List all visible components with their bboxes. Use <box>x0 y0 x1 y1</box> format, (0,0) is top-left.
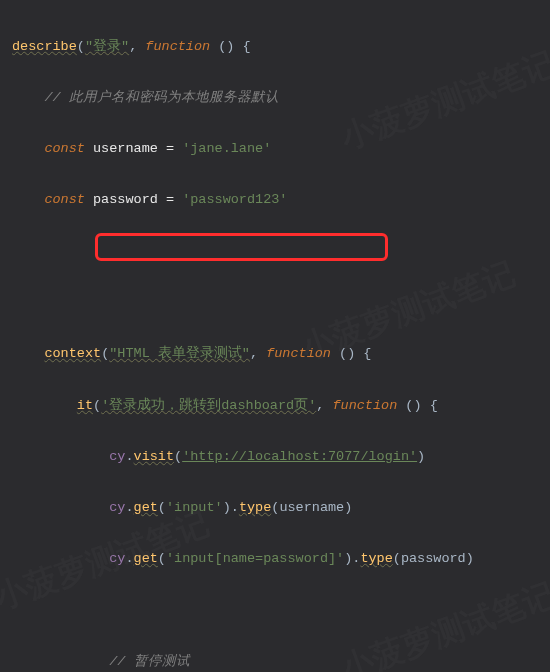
code-line: const password = 'password123' <box>12 187 538 213</box>
blank-line <box>12 239 538 265</box>
str-title: "登录" <box>85 39 129 54</box>
code-line: // 暂停测试 <box>12 649 538 672</box>
blank-line <box>12 290 538 316</box>
code-line: const username = 'jane.lane' <box>12 136 538 162</box>
blank-line <box>12 598 538 624</box>
code-line: // 此用户名和密码为本地服务器默认 <box>12 85 538 111</box>
code-line: cy.visit('http://localhost:7077/login') <box>12 444 538 470</box>
highlighted-line: cy.get('input').type(username) <box>12 495 538 521</box>
code-editor: describe("登录", function () { // 此用户名和密码为… <box>12 8 538 672</box>
code-line: cy.get('input[name=password]').type(pass… <box>12 546 538 572</box>
code-line: context("HTML 表单登录测试", function () { <box>12 341 538 367</box>
fn-describe: describe <box>12 39 77 54</box>
code-line: it('登录成功，跳转到dashboard页', function () { <box>12 393 538 419</box>
code-line: describe("登录", function () { <box>12 34 538 60</box>
url-link[interactable]: 'http://localhost:7077/login' <box>182 449 417 464</box>
